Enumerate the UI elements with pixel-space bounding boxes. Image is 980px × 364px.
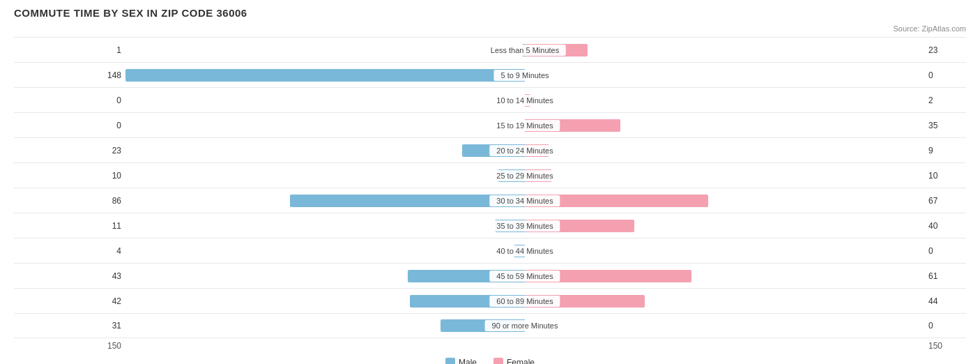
female-value: 61 (924, 271, 966, 281)
male-value: 0 (14, 121, 125, 130)
bars-wrapper: 35 to 39 Minutes (125, 213, 924, 238)
chart-row: 440 to 44 Minutes0 (14, 238, 966, 263)
male-bar (125, 69, 525, 82)
chart-row: 1485 to 9 Minutes0 (14, 62, 966, 87)
bars-wrapper: 20 to 24 Minutes (125, 138, 924, 163)
male-swatch (445, 358, 455, 364)
source-label: Source: ZipAtlas.com (14, 24, 966, 33)
chart-title: COMMUTE TIME BY SEX IN ZIP CODE 36006 (14, 7, 966, 19)
female-value: 67 (924, 196, 966, 206)
chart-row: 1135 to 39 Minutes40 (14, 213, 966, 238)
chart-row: 2320 to 24 Minutes9 (14, 137, 966, 162)
female-swatch (493, 358, 503, 364)
male-value: 43 (14, 271, 125, 281)
male-bar (410, 295, 525, 308)
bars-wrapper: 5 to 9 Minutes (125, 63, 924, 88)
male-value: 0 (14, 96, 125, 105)
male-value: 1 (14, 45, 125, 55)
chart-row: 015 to 19 Minutes35 (14, 112, 966, 137)
female-value: 10 (924, 171, 966, 181)
chart-row: 4260 to 89 Minutes44 (14, 288, 966, 313)
male-value: 10 (14, 171, 125, 181)
chart-row: 1Less than 5 Minutes23 (14, 37, 966, 62)
legend-female: Female (493, 358, 535, 364)
chart-row: 8630 to 34 Minutes67 (14, 188, 966, 213)
female-bar (525, 220, 634, 232)
bars-wrapper: Less than 5 Minutes (125, 38, 924, 63)
male-value: 11 (14, 221, 125, 231)
bars-wrapper: 60 to 89 Minutes (125, 289, 924, 314)
bars-wrapper: 25 to 29 Minutes (125, 163, 924, 188)
male-label: Male (459, 358, 477, 364)
bars-wrapper: 90 or more Minutes (125, 313, 924, 338)
chart-row: 010 to 14 Minutes2 (14, 87, 966, 112)
male-value: 4 (14, 246, 125, 256)
female-label: Female (507, 358, 535, 364)
male-bar (290, 195, 525, 207)
female-bar (525, 270, 691, 282)
male-value: 86 (14, 196, 125, 206)
male-bar (441, 319, 525, 332)
bars-wrapper: 15 to 19 Minutes (125, 113, 924, 138)
female-value: 0 (924, 321, 966, 331)
chart-area: 1Less than 5 Minutes231485 to 9 Minutes0… (14, 37, 966, 338)
female-value: 44 (924, 296, 966, 306)
legend-male: Male (445, 358, 477, 364)
female-bar (525, 169, 552, 182)
chart-row: 3190 or more Minutes0 (14, 313, 966, 338)
legend: Male Female (14, 358, 966, 364)
bars-wrapper: 45 to 59 Minutes (125, 264, 924, 289)
male-value: 31 (14, 321, 125, 331)
female-value: 0 (924, 246, 966, 256)
female-bar (525, 195, 708, 207)
male-value: 148 (14, 70, 125, 80)
female-value: 9 (924, 146, 966, 156)
male-bar (495, 220, 525, 232)
female-bar (525, 119, 620, 132)
female-value: 2 (924, 96, 966, 105)
female-value: 0 (924, 70, 966, 80)
bars-wrapper: 10 to 14 Minutes (125, 88, 924, 113)
male-value: 23 (14, 146, 125, 156)
female-bar (525, 295, 645, 308)
female-value: 23 (924, 45, 966, 55)
female-bar (525, 94, 530, 107)
male-bar (498, 169, 525, 182)
male-value: 42 (14, 296, 125, 306)
chart-row: 1025 to 29 Minutes10 (14, 162, 966, 188)
female-bar (525, 44, 588, 56)
female-value: 35 (924, 121, 966, 130)
male-bar (514, 245, 525, 257)
chart-row: 4345 to 59 Minutes61 (14, 263, 966, 288)
male-bar (462, 144, 525, 157)
bars-wrapper: 30 to 34 Minutes (125, 188, 924, 213)
axis-right-label: 150 (924, 341, 966, 351)
axis-left-label: 150 (14, 341, 125, 351)
female-value: 40 (924, 221, 966, 231)
male-bar (408, 270, 526, 282)
female-bar (525, 144, 549, 157)
bars-wrapper: 40 to 44 Minutes (125, 238, 924, 264)
